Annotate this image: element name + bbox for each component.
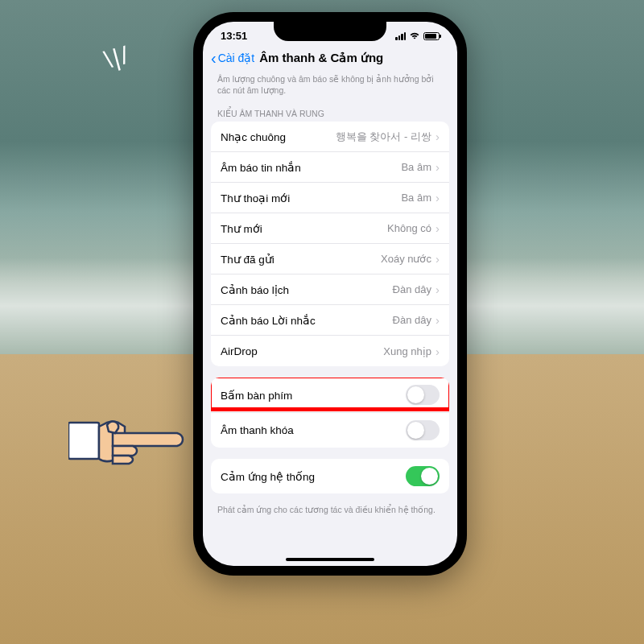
row-keyboard-clicks[interactable]: Bấm bàn phím — [211, 378, 449, 413]
back-label: Cài đặt — [218, 52, 255, 64]
chevron-right-icon: › — [436, 313, 440, 327]
chevron-right-icon: › — [436, 345, 440, 358]
row-sent-mail[interactable]: Thư đã gửi Xoáy nước› — [211, 244, 449, 275]
wifi-icon — [409, 30, 420, 42]
chevron-left-icon: ‹ — [211, 50, 217, 66]
row-reminders[interactable]: Cảnh báo Lời nhắc Đàn dây› — [211, 305, 449, 336]
row-calendar[interactable]: Cảnh báo lịch Đàn dây› — [211, 275, 449, 305]
toggle-system-haptics[interactable] — [406, 466, 440, 486]
toggles-group: Bấm bàn phím Âm thanh khóa — [211, 378, 449, 448]
row-airdrop[interactable]: AirDrop Xung nhịp› — [211, 336, 449, 366]
volume-note: Âm lượng chuông và âm báo sẽ không bị ản… — [203, 74, 457, 104]
section-header-sounds: KIỂU ÂM THANH VÀ RUNG — [203, 104, 457, 122]
row-ringtone[interactable]: Nhạc chuông 행복을 찾아서 - 리쌍› — [211, 122, 449, 152]
battery-icon — [423, 32, 440, 40]
row-text-tone[interactable]: Âm báo tin nhắn Ba âm› — [211, 152, 449, 183]
haptics-group: Cảm ứng hệ thống — [211, 459, 449, 493]
navigation-header: ‹ Cài đặt Âm thanh & Cảm ứng — [203, 45, 457, 74]
chevron-right-icon: › — [436, 252, 440, 266]
row-new-mail[interactable]: Thư mới Không có› — [211, 213, 449, 244]
status-time: 13:51 — [221, 30, 247, 42]
toggle-lock-sound[interactable] — [406, 420, 440, 440]
back-button[interactable]: ‹ Cài đặt — [211, 50, 254, 66]
row-voicemail[interactable]: Thư thoại mới Ba âm› — [211, 183, 449, 213]
chevron-right-icon: › — [436, 191, 440, 204]
phone-frame: 13:51 ‹ Cài đặt Âm thanh & Cảm ứng Âm lư… — [193, 12, 467, 576]
phone-notch — [274, 22, 386, 41]
chevron-right-icon: › — [436, 130, 440, 143]
pointing-hand-annotation — [68, 394, 189, 486]
haptics-description: Phát cảm ứng cho các tương tác và điều k… — [203, 505, 457, 524]
signal-icon — [395, 32, 406, 40]
chevron-right-icon: › — [436, 221, 440, 235]
home-indicator[interactable] — [286, 558, 374, 561]
sounds-group: Nhạc chuông 행복을 찾아서 - 리쌍› Âm báo tin nhắ… — [211, 122, 449, 366]
chevron-right-icon: › — [436, 160, 440, 174]
chevron-right-icon: › — [436, 283, 440, 296]
toggle-keyboard-clicks[interactable] — [406, 385, 440, 405]
svg-rect-0 — [68, 423, 99, 459]
page-title: Âm thanh & Cảm ứng — [259, 51, 383, 65]
row-system-haptics[interactable]: Cảm ứng hệ thống — [211, 459, 449, 493]
row-lock-sound[interactable]: Âm thanh khóa — [211, 413, 449, 448]
